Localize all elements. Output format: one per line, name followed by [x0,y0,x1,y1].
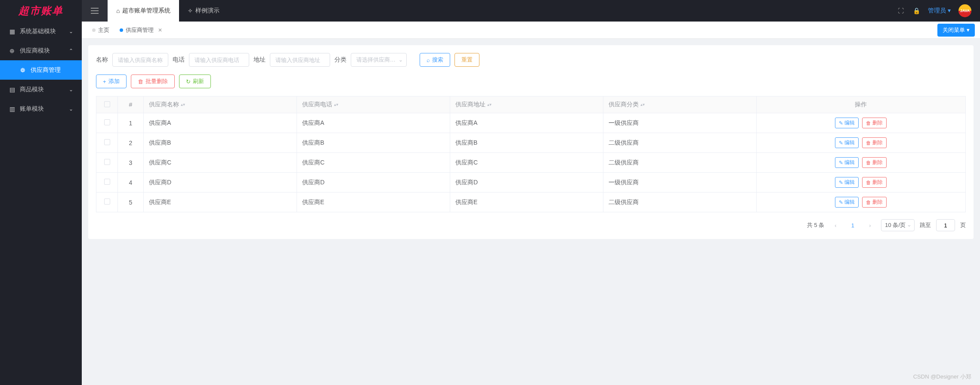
cell-address: 供应商B [450,133,603,153]
cell-ops: ✎ 编辑 🗑 删除 [756,133,965,153]
search-button[interactable]: ⌕ 搜索 [420,53,450,67]
card: 名称 电话 地址 分类 [88,45,974,239]
edit-button[interactable]: ✎ 编辑 [835,197,859,208]
avatar[interactable]: JAVA [958,4,971,17]
th-checkbox [96,96,118,113]
th-category[interactable]: 供应商分类▴▾ [603,96,756,113]
trash-icon: 🗑 [866,199,871,205]
trash-icon: 🗑 [866,120,871,126]
batch-delete-button[interactable]: 🗑 批量删除 [131,75,175,88]
sort-icon: ▴▾ [181,103,185,106]
th-phone[interactable]: 供应商电话▴▾ [297,96,450,113]
delete-button[interactable]: 🗑 删除 [862,137,887,148]
cell-index: 2 [118,133,144,153]
delete-button[interactable]: 🗑 删除 [862,197,887,208]
search-form: 名称 电话 地址 分类 [96,53,966,67]
th-address[interactable]: 供应商地址▴▾ [450,96,603,113]
cell-name: 供应商E [144,192,297,212]
row-checkbox[interactable] [104,199,110,205]
cell-phone: 供应商C [297,153,450,173]
category-select[interactable]: 请选择供应商… ⌄ [351,53,407,67]
delete-button[interactable]: 🗑 删除 [862,118,887,128]
chevron-down-icon: ⌄ [69,28,73,34]
plus-icon: + [103,78,106,85]
edit-icon: ✎ [839,120,843,126]
doc-icon: ▥ [9,106,15,112]
phone-input[interactable] [189,53,249,67]
hamburger-icon [91,8,99,14]
jump-input[interactable] [936,219,955,231]
cell-address: 供应商C [450,153,603,173]
row-checkbox[interactable] [104,139,110,145]
prev-page-button[interactable]: ‹ [829,219,841,231]
sidebar-item-supplier-manage[interactable]: ❁ 供应商管理 [0,60,82,80]
batch-delete-label: 批量删除 [145,78,168,85]
user-dropdown[interactable]: 管理员 ▾ [928,7,951,15]
name-input[interactable] [112,53,168,67]
sidebar: ▦ 系统基础模块 ⌄ ⊕ 供应商模块 ⌃ ❁ 供应商管理 ▤ 商品模块 ⌄ ▥ … [0,22,82,385]
table-row: 3 供应商C 供应商C 供应商C 二级供应商 ✎ 编辑 🗑 删除 [96,153,966,173]
cell-ops: ✎ 编辑 🗑 删除 [756,113,965,133]
row-checkbox[interactable] [104,159,110,165]
cell-address: 供应商D [450,173,603,192]
page-number[interactable]: 1 [847,222,859,229]
header-tab-main[interactable]: ⌂ 超市账单管理系统 [108,0,179,22]
fullscreen-icon[interactable]: ⛶ [897,7,905,15]
category-label: 分类 [334,56,346,64]
page-tab-supplier[interactable]: 供应商管理 ✕ [114,24,167,37]
edit-icon: ✎ [839,140,843,146]
row-checkbox[interactable] [104,179,110,185]
cell-ops: ✎ 编辑 🗑 删除 [756,153,965,173]
chevron-down-icon: ⌄ [69,106,73,112]
select-all-checkbox[interactable] [104,101,110,107]
edit-button[interactable]: ✎ 编辑 [835,177,859,188]
page-tab-label: 主页 [98,26,109,34]
header-tab-demo[interactable]: ✧ 样例演示 [179,0,228,22]
th-name[interactable]: 供应商名称▴▾ [144,96,297,113]
next-page-button[interactable]: › [864,219,876,231]
page-tab-label: 供应商管理 [126,26,154,34]
reset-button[interactable]: 重置 [454,53,479,67]
sidebar-item-bill[interactable]: ▥ 账单模块 ⌄ [0,99,82,118]
page-size-select[interactable]: 10 条/页 ⌄ [881,219,915,231]
edit-button[interactable]: ✎ 编辑 [835,137,859,148]
sidebar-toggle[interactable] [82,0,108,22]
address-label: 地址 [254,56,266,64]
action-row: + 添加 🗑 批量删除 ↻ 刷新 [96,75,966,88]
sort-icon: ▴▾ [487,103,492,106]
home-icon: ⌂ [116,7,120,14]
edit-icon: ✎ [839,180,843,186]
trash-icon: 🗑 [866,140,871,146]
tab-dot-icon [92,28,96,32]
row-checkbox[interactable] [104,119,110,125]
table-row: 4 供应商D 供应商D 供应商D 一级供应商 ✎ 编辑 🗑 删除 [96,173,966,192]
cell-category: 二级供应商 [603,153,756,173]
refresh-button[interactable]: ↻ 刷新 [179,75,211,88]
search-icon: ⌕ [427,57,430,63]
phone-label: 电话 [173,56,185,64]
close-menu-button[interactable]: 关闭菜单 ▾ [937,24,975,37]
delete-button[interactable]: 🗑 删除 [862,177,887,188]
close-icon[interactable]: ✕ [158,27,162,33]
sidebar-item-goods[interactable]: ▤ 商品模块 ⌄ [0,80,82,99]
delete-button[interactable]: 🗑 删除 [862,157,887,168]
edit-button[interactable]: ✎ 编辑 [835,118,859,128]
edit-button[interactable]: ✎ 编辑 [835,157,859,168]
address-input[interactable] [270,53,330,67]
add-button[interactable]: + 添加 [96,75,127,88]
page-unit: 页 [960,221,966,229]
sidebar-item-system[interactable]: ▦ 系统基础模块 ⌄ [0,22,82,41]
table-header-row: # 供应商名称▴▾ 供应商电话▴▾ 供应商地址▴▾ 供应商分类▴▾ 操作 [96,96,966,113]
grid-icon: ▤ [9,86,15,93]
chevron-down-icon: ⌄ [907,221,912,228]
table-row: 1 供应商A 供应商A 供应商A 一级供应商 ✎ 编辑 🗑 删除 [96,113,966,133]
cell-name: 供应商C [144,153,297,173]
cell-name: 供应商B [144,133,297,153]
select-placeholder: 请选择供应商… [356,56,396,64]
refresh-icon: ↻ [186,78,191,85]
page-tab-home[interactable]: 主页 [87,24,114,37]
sidebar-item-supplier[interactable]: ⊕ 供应商模块 ⌃ [0,41,82,60]
layers-icon: ▦ [9,28,15,35]
watermark: CSDN @Designer 小郑 [913,373,971,381]
lock-icon[interactable]: 🔒 [912,7,920,15]
